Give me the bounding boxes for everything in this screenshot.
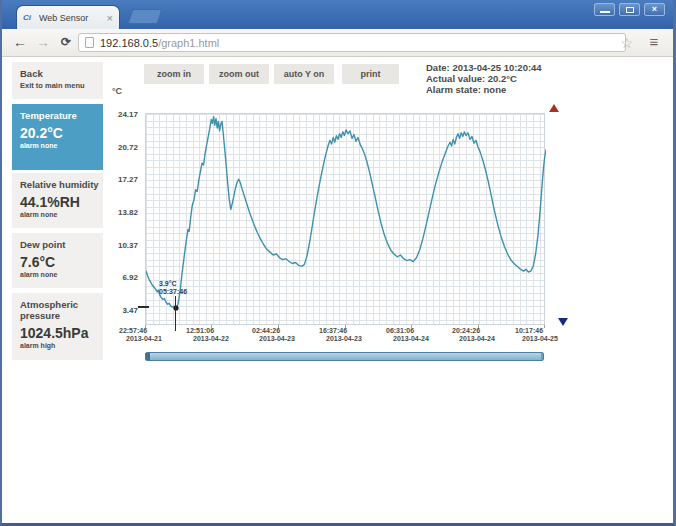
page-icon [85, 37, 94, 48]
bookmark-star-icon[interactable]: ☆ [620, 33, 633, 53]
zoom-in-button[interactable]: zoom in [144, 64, 204, 84]
new-tab-button[interactable] [128, 9, 163, 24]
scrollbar-left-handle[interactable] [146, 353, 150, 360]
sidebar-item-dew-point[interactable]: Dew point 7.6°C alarm none [12, 233, 103, 288]
y-tick-label: 6.92 [102, 273, 138, 282]
dew-point-value: 7.6°C [20, 254, 99, 270]
dew-point-label: Dew point [20, 239, 99, 250]
humidity-value: 44.1%RH [20, 194, 99, 210]
browser-titlebar: Ci Web Sensor × × [2, 0, 673, 29]
close-button[interactable]: × [644, 3, 665, 16]
x-tick-label: 22:57:462013-04-21 [119, 327, 181, 342]
temperature-alarm: alarm none [20, 142, 99, 149]
maximize-icon [626, 7, 634, 13]
status-alarm-state: Alarm state: none [426, 84, 542, 95]
minimize-icon [600, 11, 610, 13]
scrollbar-right-handle[interactable] [541, 353, 543, 360]
print-button[interactable]: print [342, 64, 399, 84]
browser-toolbar: ← → ⟳ 192.168.0.5/graph1.html ☆ ≡ [2, 29, 673, 57]
humidity-alarm: alarm none [20, 211, 99, 218]
x-tick-label: 10:17:462013-04-25 [515, 327, 577, 342]
tab-close-icon[interactable]: × [107, 13, 113, 23]
tab-title: Web Sensor [39, 13, 102, 23]
pressure-label: Atmospheric pressure [20, 299, 92, 321]
x-tick-label: 16:37:462013-04-23 [319, 327, 381, 342]
status-block: Date: 2013-04-25 10:20:44 Actual value: … [426, 62, 542, 95]
status-date: Date: 2013-04-25 10:20:44 [426, 62, 542, 73]
close-icon: × [652, 4, 657, 14]
y-tick-label: 17.27 [102, 175, 138, 184]
y-tick-label: 3.47 [102, 306, 138, 315]
y-tick-label: 20.72 [102, 143, 138, 152]
browser-menu-icon[interactable]: ≡ [643, 32, 665, 53]
chart-plot-area[interactable] [145, 113, 545, 325]
browser-tab[interactable]: Ci Web Sensor × [16, 5, 120, 29]
site-favicon-icon: Ci [23, 12, 34, 23]
sidebar-item-back[interactable]: Back Exit to main menu [12, 62, 103, 99]
dew-point-alarm: alarm none [20, 271, 99, 278]
status-actual-value: Actual value: 20.2°C [426, 73, 542, 84]
x-tick-label: 20:24:262013-04-24 [452, 327, 514, 342]
min-point-annotation: 3.9°C 05:37:46 [159, 280, 187, 296]
url-path: /graph1.html [158, 37, 219, 49]
y-tick-label: 10.37 [102, 241, 138, 250]
back-button[interactable]: ← [10, 32, 30, 52]
time-range-scrollbar[interactable] [145, 352, 544, 361]
annotation-temp: 3.9°C [159, 280, 187, 288]
scale-up-arrow-icon[interactable] [549, 104, 559, 112]
sidebar-item-temperature[interactable]: Temperature 20.2°C alarm none [12, 104, 103, 170]
y-tick-label: 24.17 [102, 110, 138, 119]
annotation-time: 05:37:46 [159, 288, 187, 296]
zoom-out-button[interactable]: zoom out [209, 64, 269, 84]
x-tick-label: 02:44:262013-04-23 [252, 327, 314, 342]
back-label: Back [20, 68, 99, 79]
temperature-series [146, 114, 546, 326]
url-host: 192.168.0.5 [100, 37, 158, 49]
humidity-label: Relative humidity [20, 179, 99, 190]
forward-button[interactable]: → [33, 32, 53, 52]
y-axis-unit-label: °C [112, 86, 122, 96]
x-tick-label: 12:51:062013-04-22 [186, 327, 248, 342]
page-content: Back Exit to main menu Temperature 20.2°… [2, 57, 673, 523]
y-tick-label: 13.82 [102, 208, 138, 217]
x-tick-label: 06:31:062013-04-24 [386, 327, 448, 342]
sidebar-item-humidity[interactable]: Relative humidity 44.1%RH alarm none [12, 173, 103, 228]
cursor-axis-dash [138, 306, 149, 308]
address-bar[interactable]: 192.168.0.5/graph1.html [78, 33, 626, 52]
scale-down-arrow-icon[interactable] [558, 318, 568, 326]
browser-window: Ci Web Sensor × × ← → ⟳ 192.168.0.5/grap… [0, 0, 676, 526]
temperature-value: 20.2°C [20, 125, 99, 141]
pressure-value: 1024.5hPa [20, 325, 99, 341]
refresh-button[interactable]: ⟳ [56, 32, 76, 52]
minimize-button[interactable] [594, 3, 615, 16]
maximize-button[interactable] [619, 3, 640, 16]
pressure-alarm: alarm high [20, 342, 99, 349]
sidebar-item-pressure[interactable]: Atmospheric pressure 1024.5hPa alarm hig… [12, 293, 103, 360]
cursor-vertical-line [175, 296, 176, 331]
temperature-label: Temperature [20, 110, 99, 121]
back-sublabel: Exit to main menu [20, 81, 99, 90]
auto-y-button[interactable]: auto Y on [274, 64, 334, 84]
